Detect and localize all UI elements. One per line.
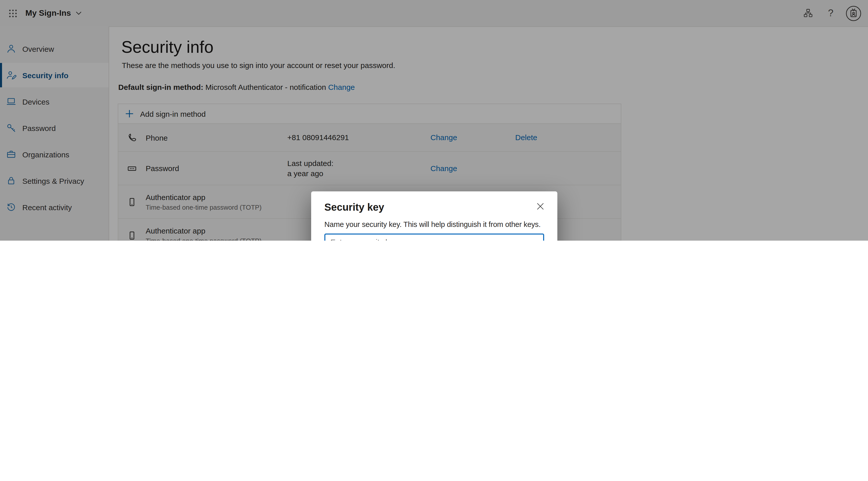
dialog-body-text: Name your security key. This will help d… (324, 220, 544, 229)
close-icon[interactable] (535, 202, 545, 211)
page: My Sign-Ins ? (0, 0, 868, 241)
security-key-name-input[interactable] (324, 234, 544, 241)
dialog-title: Security key (324, 202, 544, 213)
security-key-dialog: Security key Name your security key. Thi… (311, 191, 557, 241)
